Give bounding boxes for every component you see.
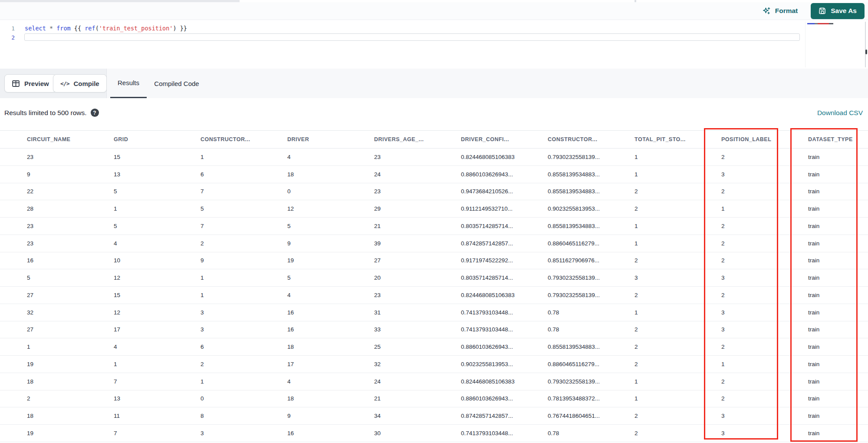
format-label: Format [775, 7, 798, 15]
table-cell: 1 [608, 395, 694, 402]
table-cell: 0.8558139534883... [521, 223, 608, 229]
table-cell: 0.9171974522292... [434, 257, 521, 264]
minimap-code-line [807, 23, 833, 24]
results-limit-note: Results limited to 500 rows. ? [4, 109, 99, 117]
table-cell: 0.7413793103448... [434, 309, 521, 316]
save-as-button[interactable]: Save As [811, 3, 865, 19]
table-cell: 9 [260, 240, 347, 247]
table-cell: 1 [608, 171, 694, 178]
minimap-scrollbar[interactable] [865, 50, 867, 54]
format-button[interactable]: Format [762, 7, 798, 16]
table-cell: 13 [87, 395, 174, 402]
table-cell: 2 [174, 361, 260, 367]
table-cell: 11 [87, 413, 174, 419]
column-header: GRID [87, 136, 174, 142]
table-cell: 18 [260, 344, 347, 350]
code-line-1[interactable]: select * from {{ ref('train_test_positio… [25, 25, 187, 32]
table-cell: 12 [87, 309, 174, 316]
table-cell: 0.7674418604651... [521, 413, 608, 419]
help-icon[interactable]: ? [91, 109, 99, 117]
table-cell: 0.8860103626943... [434, 344, 521, 350]
table-cell: 9 [260, 413, 347, 419]
active-line-cursor-box[interactable] [24, 33, 800, 41]
table-cell: 15 [87, 154, 174, 160]
table-cell: 0.9473684210526... [434, 188, 521, 195]
table-row: 14618250.8860103626943...0.8558139534883… [0, 338, 868, 356]
code-token: {{ [71, 25, 85, 32]
code-editor[interactable]: 1 2 select * from {{ ref('train_test_pos… [0, 20, 868, 69]
table-cell: 1 [174, 378, 260, 385]
table-cell: 3 [694, 171, 781, 178]
table-cell: 19 [0, 430, 87, 436]
table-cell: train [781, 430, 868, 436]
table-cell: 0.824468085106383 [434, 378, 521, 385]
table-cell: 29 [347, 205, 434, 212]
table-row: 1610919270.9171974522292...0.85116279069… [0, 252, 868, 270]
save-icon [819, 7, 826, 15]
table-cell: 6 [174, 171, 260, 178]
table-cell: 0.9023255813953... [434, 361, 521, 367]
table-cell: 6 [174, 344, 260, 350]
table-cell: 27 [0, 326, 87, 333]
table-cell: 19 [260, 257, 347, 264]
table-cell: 4 [87, 344, 174, 350]
table-cell: 23 [347, 154, 434, 160]
table-cell: 28 [0, 205, 87, 212]
code-token: 'train_test_position' [99, 25, 173, 32]
table-row: 51215200.8035714285714...0.7930232558139… [0, 269, 868, 287]
table-cell: train [781, 154, 868, 160]
download-csv-link[interactable]: Download CSV [817, 109, 863, 117]
table-cell: 18 [0, 378, 87, 385]
table-cell: 10 [87, 257, 174, 264]
table-cell: 1 [694, 205, 781, 212]
table-cell: 39 [347, 240, 434, 247]
table-cell: train [781, 395, 868, 402]
compile-button[interactable]: </> Compile [53, 74, 107, 93]
table-cell: 3 [694, 326, 781, 333]
code-token: select [25, 25, 46, 32]
table-cell: 24 [347, 171, 434, 178]
table-cell: 2 [608, 292, 694, 298]
table-cell: train [781, 309, 868, 316]
table-cell: 0.8511627906976... [521, 257, 608, 264]
column-header: DRIVERS_AGE_... [347, 136, 434, 142]
table-cell: 1 [174, 274, 260, 281]
sql-ide-screen: Format Save As 1 2 select * from {{ ref(… [0, 0, 868, 443]
minimap[interactable] [805, 22, 866, 67]
table-cell: 16 [260, 326, 347, 333]
table-cell: 9 [0, 171, 87, 178]
table-row: 213018210.8860103626943...0.781395348837… [0, 390, 868, 408]
table-cell: train [781, 223, 868, 229]
table-cell: 7 [87, 378, 174, 385]
table-cell: 0.8558139534883... [521, 171, 608, 178]
column-header: TOTAL_PIT_STO... [608, 136, 694, 142]
table-cell: 0.9112149532710... [434, 205, 521, 212]
table-cell: 4 [260, 378, 347, 385]
table-cell: 22 [0, 188, 87, 195]
table-cell: train [781, 240, 868, 247]
table-cell: 16 [260, 309, 347, 316]
preview-button[interactable]: Preview [4, 74, 56, 93]
table-cell: 9 [174, 257, 260, 264]
code-token: * [49, 25, 53, 32]
table-cell: 4 [260, 292, 347, 298]
table-cell: 23 [0, 240, 87, 247]
tab-results[interactable]: Results [110, 69, 147, 98]
table-cell: 5 [260, 223, 347, 229]
table-cell: 3 [174, 309, 260, 316]
table-cell: 2 [0, 395, 87, 402]
table-cell: 23 [0, 154, 87, 160]
table-cell: 0 [260, 188, 347, 195]
table-cell: 0.8035714285714... [434, 223, 521, 229]
table-cell: 2 [694, 188, 781, 195]
action-bar: Preview </> Compile Results Compiled Cod… [0, 69, 868, 98]
table-cell: train [781, 171, 868, 178]
table-cell: 25 [347, 344, 434, 350]
table-cell: 0.7813953488372... [521, 395, 608, 402]
tab-compiled-code[interactable]: Compiled Code [153, 69, 201, 98]
table-cell: 3 [694, 413, 781, 419]
table-cell: 0.9023255813953... [521, 205, 608, 212]
table-row: 271514230.8244680851063830.7930232558139… [0, 287, 868, 304]
table-cell: 2 [608, 188, 694, 195]
table-cell: 21 [347, 395, 434, 402]
